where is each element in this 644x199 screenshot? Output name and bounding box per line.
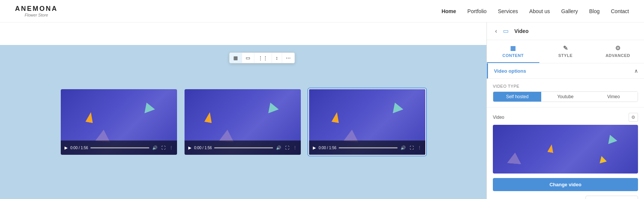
- video-preview-section: Video ⚙ Change video Display as Video Im…: [487, 108, 644, 199]
- section-title: Video options: [494, 68, 526, 74]
- shape-teal-3: [389, 101, 403, 114]
- video-item-1[interactable]: ▶ 0:00 / 1:56 🔊 ⛶ ⋮: [61, 89, 177, 155]
- progress-2: [214, 147, 273, 148]
- preview-shape-orange: [547, 144, 555, 153]
- style-tab-icon: ✎: [563, 45, 568, 52]
- preview-shape-teal: [605, 133, 617, 144]
- main-area: ▦ ▭ ⋮⋮ ↕ ⋯ ▶ 0:00 / 1:56: [0, 22, 644, 199]
- nav-item-services[interactable]: Services: [498, 8, 518, 14]
- fullscreen-btn-2[interactable]: ⛶: [284, 145, 290, 151]
- options-btn-2[interactable]: ⋮: [292, 145, 298, 151]
- time-3: 0:00 / 1:56: [319, 146, 336, 150]
- panel-tabs: ▦ CONTENT ✎ StyLe ⚙ ADVANCED: [487, 40, 644, 63]
- video-preview-thumbnail: [493, 125, 638, 174]
- fullscreen-btn-1[interactable]: ⛶: [161, 145, 166, 151]
- tab-style[interactable]: ✎ StyLe: [539, 40, 592, 63]
- shape-teal-1: [141, 101, 155, 114]
- vtype-self-hosted[interactable]: Self hosted: [493, 92, 541, 102]
- options-btn-1[interactable]: ⋮: [168, 145, 174, 151]
- canvas-content: ▦ ▭ ⋮⋮ ↕ ⋯ ▶ 0:00 / 1:56: [0, 45, 486, 199]
- vtype-youtube[interactable]: Youtube: [541, 92, 589, 102]
- style-tab-label: StyLe: [558, 53, 573, 58]
- preview-shape-purple: [507, 152, 522, 164]
- canvas-top-bar: [0, 22, 486, 45]
- video-field-label: Video: [493, 115, 504, 120]
- canvas: ▦ ▭ ⋮⋮ ↕ ⋯ ▶ 0:00 / 1:56: [0, 22, 486, 199]
- header: ANEMONA Flower Store Home Portfolio Serv…: [0, 0, 644, 22]
- time-1: 0:00 / 1:56: [71, 146, 88, 150]
- display-as-select[interactable]: Video Image: [585, 196, 638, 199]
- logo: ANEMONA Flower Store: [15, 5, 58, 17]
- toolbar-more-btn[interactable]: ⋯: [282, 53, 294, 63]
- nav-item-blog[interactable]: Blog: [589, 8, 600, 14]
- display-as-row: Display as Video Image: [493, 196, 638, 199]
- video-controls-3: ▶ 0:00 / 1:56 🔊 ⛶ ⋮: [309, 141, 425, 155]
- panel-body: Video options ∧ Video type Self hosted Y…: [487, 63, 644, 199]
- tab-advanced[interactable]: ⚙ ADVANCED: [591, 40, 644, 63]
- fullscreen-btn-3[interactable]: ⛶: [409, 145, 414, 151]
- play-btn-2[interactable]: ▶: [188, 145, 192, 151]
- progress-1: [90, 147, 149, 148]
- toolbar-grid-btn[interactable]: ▦: [230, 53, 242, 63]
- right-panel: ‹ ▭ Video ▦ CONTENT ✎ StyLe ⚙ ADVANCED V…: [486, 22, 644, 199]
- section-toggle-btn[interactable]: ∧: [634, 68, 638, 74]
- nav-item-about[interactable]: About us: [529, 8, 550, 14]
- video-controls-2: ▶ 0:00 / 1:56 🔊 ⛶ ⋮: [185, 141, 301, 155]
- volume-btn-1[interactable]: 🔊: [152, 145, 158, 151]
- floating-toolbar: ▦ ▭ ⋮⋮ ↕ ⋯: [229, 52, 295, 63]
- video-placeholder-2: ▶ 0:00 / 1:56 🔊 ⛶ ⋮: [185, 89, 301, 155]
- video-grid: ▶ 0:00 / 1:56 🔊 ⛶ ⋮: [46, 81, 441, 163]
- shape-orange-2: [204, 112, 214, 123]
- volume-btn-2[interactable]: 🔊: [275, 145, 282, 151]
- nav: Home Portfolio Services About us Gallery…: [441, 8, 629, 14]
- nav-item-gallery[interactable]: Gallery: [561, 8, 578, 14]
- toolbar-arrows-btn[interactable]: ↕: [272, 53, 282, 63]
- preview-shape-yellow: [598, 155, 607, 164]
- video-placeholder-3: ▶ 0:00 / 1:56 🔊 ⛶ ⋮: [309, 89, 425, 155]
- tab-content[interactable]: ▦ CONTENT: [487, 40, 539, 63]
- progress-3: [339, 147, 398, 148]
- advanced-tab-label: ADVANCED: [605, 53, 630, 58]
- video-field-row: Video ⚙: [493, 113, 638, 122]
- nav-item-home[interactable]: Home: [441, 8, 456, 14]
- advanced-tab-icon: ⚙: [615, 45, 621, 52]
- content-tab-icon: ▦: [510, 45, 516, 52]
- nav-item-contact[interactable]: Contact: [611, 8, 629, 14]
- shape-orange-1: [85, 112, 95, 123]
- panel-video-icon: ▭: [503, 27, 510, 35]
- gear-button[interactable]: ⚙: [629, 113, 638, 122]
- options-btn-3[interactable]: ⋮: [417, 145, 422, 151]
- change-video-button[interactable]: Change video: [493, 178, 638, 191]
- play-btn-1[interactable]: ▶: [64, 145, 68, 151]
- panel-title: Video: [514, 28, 528, 34]
- video-item-2[interactable]: ▶ 0:00 / 1:56 🔊 ⛶ ⋮: [185, 89, 301, 155]
- video-item-3[interactable]: ▶ 0:00 / 1:56 🔊 ⛶ ⋮: [308, 88, 426, 156]
- shape-teal-2: [265, 101, 279, 114]
- section-header: Video options ∧: [487, 63, 644, 79]
- time-2: 0:00 / 1:56: [194, 146, 212, 150]
- video-type-label: Video type: [493, 84, 638, 88]
- logo-top: ANEMONA: [15, 5, 58, 13]
- video-type-buttons: Self hosted Youtube Vimeo: [493, 91, 638, 102]
- content-tab-label: CONTENT: [503, 53, 524, 58]
- play-btn-3[interactable]: ▶: [312, 145, 317, 151]
- video-type-section: Video type Self hosted Youtube Vimeo: [487, 79, 644, 108]
- panel-header: ‹ ▭ Video: [487, 22, 644, 40]
- toolbar-dots-btn[interactable]: ⋮⋮: [254, 53, 272, 63]
- nav-item-portfolio[interactable]: Portfolio: [467, 8, 486, 14]
- panel-back-button[interactable]: ‹: [493, 27, 499, 35]
- volume-btn-3[interactable]: 🔊: [400, 145, 407, 151]
- shape-orange-3: [331, 112, 341, 123]
- video-placeholder-1: ▶ 0:00 / 1:56 🔊 ⛶ ⋮: [61, 89, 177, 155]
- logo-bottom: Flower Store: [25, 13, 48, 17]
- video-controls-1: ▶ 0:00 / 1:56 🔊 ⛶ ⋮: [61, 141, 177, 155]
- toolbar-video-btn[interactable]: ▭: [242, 53, 254, 63]
- vtype-vimeo[interactable]: Vimeo: [590, 92, 638, 102]
